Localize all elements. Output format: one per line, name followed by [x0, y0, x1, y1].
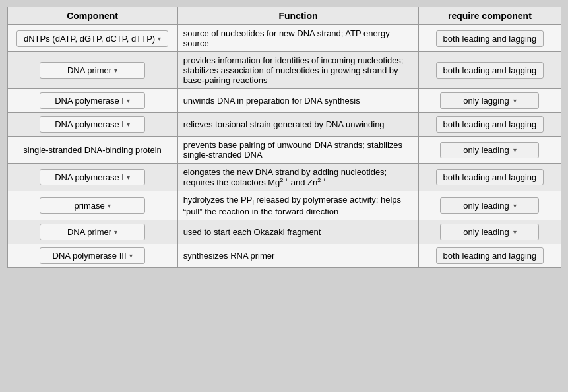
require-label-6: only leading — [463, 201, 509, 211]
function-cell-5: elongates the new DNA strand by adding n… — [177, 164, 419, 191]
dna-replication-table: Component Function require component dNT… — [7, 7, 561, 268]
component-cell-5: DNA polymerase I▾ — [7, 164, 177, 191]
component-cell-4: single-stranded DNA-binding protein — [7, 137, 177, 164]
function-cell-6: hydrolyzes the PPi released by polymeras… — [177, 191, 419, 220]
dropdown-arrow-icon: ▾ — [127, 97, 130, 104]
require-label-4: only leading — [463, 145, 509, 155]
dropdown-arrow-icon: ▾ — [158, 35, 161, 42]
dropdown-arrow-icon: ▾ — [127, 174, 130, 181]
table-row: DNA polymerase III▾synthesizes RNA prime… — [7, 244, 561, 267]
require-label-3: both leading and lagging — [443, 119, 537, 129]
table-row: DNA primer▾used to start each Okazaki fr… — [7, 220, 561, 244]
require-box-4[interactable]: only leading▾ — [440, 142, 539, 158]
component-cell-0: dNTPs (dATP, dGTP, dCTP, dTTP)▾ — [7, 25, 177, 52]
function-cell-1: provides information for identities of i… — [177, 52, 419, 89]
component-cell-8: DNA polymerase III▾ — [7, 244, 177, 267]
component-label-0: dNTPs (dATP, dGTP, dCTP, dTTP) — [24, 34, 155, 44]
component-label-1: DNA primer — [67, 65, 111, 75]
require-box-7[interactable]: only leading▾ — [440, 224, 539, 240]
component-cell-7: DNA primer▾ — [7, 220, 177, 244]
table-row: DNA polymerase I▾relieves torsional stra… — [7, 113, 561, 137]
require-label-0: both leading and lagging — [443, 34, 537, 44]
component-label-5: DNA polymerase I — [55, 172, 124, 182]
function-cell-8: synthesizes RNA primer — [177, 244, 419, 267]
require-box-1: both leading and lagging — [436, 62, 544, 79]
require-cell-5: both leading and lagging — [419, 164, 561, 191]
component-dropdown-6[interactable]: primase▾ — [40, 197, 145, 214]
component-cell-2: DNA polymerase I▾ — [7, 89, 177, 113]
component-cell-1: DNA primer▾ — [7, 52, 177, 89]
require-box-3: both leading and lagging — [436, 116, 544, 133]
dropdown-arrow-icon: ▾ — [114, 67, 117, 74]
require-box-5: both leading and lagging — [436, 169, 544, 185]
dropdown-arrow-icon: ▾ — [129, 252, 133, 259]
require-cell-8: both leading and lagging — [419, 244, 561, 267]
component-label-8: DNA polymerase III — [53, 251, 127, 261]
require-cell-3: both leading and lagging — [419, 113, 561, 137]
component-cell-3: DNA polymerase I▾ — [7, 113, 177, 137]
component-dropdown-2[interactable]: DNA polymerase I▾ — [40, 92, 145, 109]
function-cell-3: relieves torsional strain generated by D… — [177, 113, 419, 137]
component-label-3: DNA polymerase I — [55, 119, 124, 129]
require-cell-7: only leading▾ — [419, 220, 561, 244]
table-row: DNA primer▾provides information for iden… — [7, 52, 561, 89]
require-label-8: both leading and lagging — [443, 251, 537, 261]
dropdown-arrow-icon: ▾ — [114, 228, 117, 236]
dropdown-arrow-icon: ▾ — [108, 202, 111, 209]
require-cell-2: only lagging▾ — [419, 89, 561, 113]
require-cell-0: both leading and lagging — [419, 25, 561, 52]
function-cell-2: unwinds DNA in preparation for DNA synth… — [177, 89, 419, 113]
component-label-6: primase — [74, 201, 104, 211]
function-cell-4: prevents base pairing of unwound DNA str… — [177, 137, 419, 164]
component-label-7: DNA primer — [67, 227, 111, 237]
component-dropdown-1[interactable]: DNA primer▾ — [40, 62, 145, 79]
require-label-1: both leading and lagging — [443, 65, 537, 75]
table-row: DNA polymerase I▾elongates the new DNA s… — [7, 164, 561, 191]
function-cell-7: used to start each Okazaki fragment — [177, 220, 419, 244]
require-label-2: only lagging — [463, 96, 509, 106]
table-row: DNA polymerase I▾unwinds DNA in preparat… — [7, 89, 561, 113]
header-require: require component — [419, 7, 561, 25]
component-dropdown-8[interactable]: DNA polymerase III▾ — [40, 247, 145, 264]
component-dropdown-5[interactable]: DNA polymerase I▾ — [40, 169, 145, 185]
header-function: Function — [177, 7, 419, 25]
require-box-8: both leading and lagging — [436, 247, 544, 264]
table-row: single-stranded DNA-binding proteinpreve… — [7, 137, 561, 164]
header-component: Component — [7, 7, 177, 25]
dropdown-arrow-icon: ▾ — [127, 121, 130, 128]
require-dropdown-arrow-icon: ▾ — [513, 147, 517, 154]
require-dropdown-arrow-icon: ▾ — [513, 97, 517, 104]
component-dropdown-3[interactable]: DNA polymerase I▾ — [40, 116, 145, 133]
require-cell-6: only leading▾ — [419, 191, 561, 220]
require-box-2[interactable]: only lagging▾ — [440, 92, 539, 109]
require-cell-4: only leading▾ — [419, 137, 561, 164]
require-label-7: only leading — [463, 227, 509, 237]
require-box-6[interactable]: only leading▾ — [440, 197, 539, 214]
component-dropdown-7[interactable]: DNA primer▾ — [40, 224, 145, 240]
require-dropdown-arrow-icon: ▾ — [513, 228, 517, 236]
component-dropdown-0[interactable]: dNTPs (dATP, dGTP, dCTP, dTTP)▾ — [16, 30, 168, 47]
require-box-0: both leading and lagging — [436, 30, 544, 47]
main-table-wrapper: Component Function require component dNT… — [7, 7, 561, 268]
component-cell-6: primase▾ — [7, 191, 177, 220]
require-cell-1: both leading and lagging — [419, 52, 561, 89]
require-dropdown-arrow-icon: ▾ — [513, 202, 517, 209]
function-cell-0: source of nucleotides for new DNA strand… — [177, 25, 419, 52]
table-row: primase▾hydrolyzes the PPi released by p… — [7, 191, 561, 220]
require-label-5: both leading and lagging — [443, 172, 537, 182]
table-row: dNTPs (dATP, dGTP, dCTP, dTTP)▾source of… — [7, 25, 561, 52]
component-label-2: DNA polymerase I — [55, 96, 124, 106]
